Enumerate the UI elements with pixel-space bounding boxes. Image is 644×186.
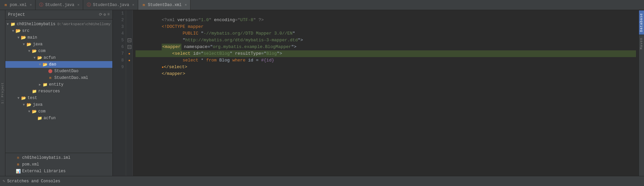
label-com1: com	[38, 49, 46, 53]
scratches-label[interactable]: Scratches and Consoles	[7, 179, 60, 184]
code-area[interactable]: <?xml version="1.0" encoding="UTF-8" ?> …	[133, 10, 639, 176]
tab-pom-close[interactable]: ×	[30, 3, 32, 7]
path-root: D:\Workspace\ch01hellomy	[57, 22, 110, 26]
tab-student-close[interactable]: ×	[77, 3, 79, 7]
icon-dao: 📂	[42, 62, 48, 67]
tab-student-label: Student.java	[45, 3, 74, 7]
icon-main: 📂	[21, 35, 26, 40]
sidebar-header: Project ⟳ ⚙ ≡	[5, 10, 112, 19]
tree-item-root[interactable]: ▼ 📁 ch01hellomybatis D:\Workspace\ch01he…	[5, 21, 112, 28]
gutter-1	[127, 10, 132, 17]
tree-item-src[interactable]: ▼ 📂 src	[5, 28, 112, 34]
tree-item-studentdao-xml[interactable]: m StudentDao.xml	[5, 75, 112, 81]
gutter-6	[127, 44, 132, 50]
arrow-root: ▼	[5, 22, 10, 26]
line-num-6: 6	[115, 44, 124, 50]
tree-item-external[interactable]: 📊 External Libraries	[5, 168, 112, 175]
tab-studentdao-close[interactable]: ×	[132, 3, 135, 7]
tree-item-acfun2[interactable]: 📁 acfun	[5, 115, 112, 122]
icon-java1: 📂	[26, 42, 32, 47]
arrow-main: ▼	[16, 36, 21, 40]
line-num-8: 8	[115, 57, 124, 64]
right-tab-database[interactable]: Database	[639, 10, 644, 35]
tree-item-dao[interactable]: ▼ 📂 dao	[5, 61, 112, 68]
fold-icon-5[interactable]	[127, 38, 131, 42]
tree-item-resources[interactable]: 📁 resources	[5, 88, 112, 95]
line-num-4: 4	[115, 30, 124, 37]
sidebar-tree: ▼ 📁 ch01hellomybatis D:\Workspace\ch01he…	[5, 19, 112, 153]
arrow-test: ▼	[16, 96, 21, 100]
tree-item-java1[interactable]: ▼ 📂 java	[5, 41, 112, 48]
left-panel-label: 1: Project	[0, 10, 5, 176]
arrow-com2: ▼	[27, 110, 32, 113]
tree-item-pom[interactable]: m pom.xml	[5, 161, 112, 168]
sync-icon[interactable]: ⟳	[99, 12, 102, 17]
tab-pom-label: pom.xml	[10, 3, 26, 7]
right-panel: Database Maven	[639, 10, 644, 176]
tree-item-studentdao-java[interactable]: StudentDao	[5, 68, 112, 75]
tree-item-com1[interactable]: ▼ 📂 com	[5, 48, 112, 54]
gutter-2	[127, 17, 132, 24]
label-external: External Libraries	[22, 169, 66, 174]
gutter-5	[127, 37, 132, 44]
icon-java2: 📂	[26, 102, 32, 107]
tab-studentdaoxml-close[interactable]: ×	[185, 3, 187, 7]
tab-studentdaoxml-label: StudentDao.xml	[148, 3, 182, 7]
left-panel-text: 1: Project	[1, 82, 4, 104]
icon-src: 📂	[15, 28, 21, 34]
tree-item-test[interactable]: ▼ 📂 test	[5, 95, 112, 101]
tab-studentdao[interactable]: ⓘ StudentDao.java ×	[83, 0, 138, 10]
icon-acfun2: 📁	[37, 115, 42, 121]
icon-entity: 📁	[42, 82, 48, 87]
editor-content: 1 2 3 4 5 6 7 8 9	[113, 10, 639, 176]
right-tab-maven[interactable]: Maven	[639, 35, 644, 52]
gutter-7: ●	[127, 50, 132, 57]
tab-student[interactable]: ⓘ Student.java ×	[36, 0, 83, 10]
main-area: 1: Project Project ⟳ ⚙ ≡ ▼ 📁 ch01hellomy…	[0, 10, 644, 176]
icon-acfun1: 📂	[37, 55, 42, 60]
label-test: test	[28, 96, 37, 100]
tree-item-entity[interactable]: ▶ 📁 entity	[5, 81, 112, 88]
sidebar-title: Project	[8, 12, 97, 17]
line-numbers: 1 2 3 4 5 6 7 8 9	[113, 10, 126, 176]
code-line-3: PUBLIC "-//mybatis.org//DTD Mapper 3.0//…	[136, 24, 636, 30]
right-tabs: Database Maven	[639, 10, 644, 52]
line-num-3: 3	[115, 24, 124, 30]
icon-com1: 📂	[32, 48, 37, 54]
label-acfun2: acfun	[44, 116, 56, 121]
settings-icon[interactable]: ≡	[107, 12, 110, 17]
code-line-9: </mapper>	[136, 64, 636, 71]
label-studentdao-java: StudentDao	[54, 69, 78, 74]
label-root: ch01hellomybatis	[17, 22, 55, 27]
code-line-1: <?xml version="1.0" encoding="UTF-8" ?>	[136, 10, 636, 17]
tab-pom[interactable]: m pom.xml ×	[0, 0, 36, 10]
arrow-entity: ▶	[38, 83, 42, 87]
arrow-java2: ▼	[21, 103, 26, 107]
arrow-dao: ▼	[38, 63, 42, 66]
icon-test: 📂	[21, 95, 26, 101]
label-iml: ch01hellomybatis.iml	[22, 155, 70, 160]
sidebar-icons: ⟳ ⚙ ≡	[99, 12, 110, 17]
arrow-src: ▼	[11, 29, 15, 33]
breakpoint-7[interactable]: ●	[128, 52, 130, 56]
gear-icon[interactable]: ⚙	[104, 12, 106, 17]
icon-studentdao-xml: m	[48, 75, 53, 81]
fold-icon-6[interactable]	[127, 45, 131, 49]
icon-resources: 📁	[32, 89, 37, 94]
tree-item-iml[interactable]: m ch01hellomybatis.iml	[5, 154, 112, 161]
tree-item-main[interactable]: ▼ 📂 main	[5, 34, 112, 41]
tab-studentdaoxml[interactable]: m StudentDao.xml ×	[138, 0, 191, 10]
tab-studentdao-label: StudentDao.java	[93, 3, 129, 7]
code-span: <?xml	[162, 17, 177, 22]
label-studentdao-xml: StudentDao.xml	[54, 76, 88, 80]
tree-item-com2[interactable]: ▼ 📂 com	[5, 108, 112, 115]
tree-item-acfun1[interactable]: ▼ 📂 acfun	[5, 54, 112, 61]
editor-area: 1 2 3 4 5 6 7 8 9	[113, 10, 639, 176]
studentdao-icon: ⓘ	[87, 3, 91, 7]
tree-item-java2[interactable]: ▼ 📂 java	[5, 101, 112, 108]
breakpoint-8[interactable]: ●	[128, 59, 130, 62]
gutter-9	[127, 64, 132, 71]
icon-iml: m	[15, 155, 21, 160]
label-dao: dao	[49, 62, 56, 67]
line-num-1: 1	[115, 10, 124, 17]
